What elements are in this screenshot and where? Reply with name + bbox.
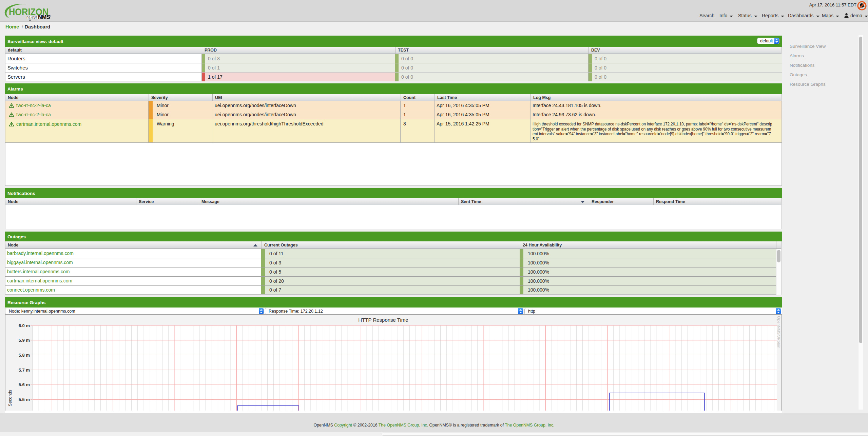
svg-text:Seconds: Seconds <box>8 390 13 407</box>
svg-text:5.8 m: 5.8 m <box>19 353 30 358</box>
svg-text:open: open <box>27 14 38 20</box>
svg-text:5.9 m: 5.9 m <box>19 338 30 343</box>
svg-text:5.5 m: 5.5 m <box>19 397 30 402</box>
svg-text:NMS: NMS <box>38 14 50 20</box>
svg-text:OpenNMS/JRobin: OpenNMS/JRobin <box>777 316 781 348</box>
svg-text:HTTP Response Time: HTTP Response Time <box>358 317 408 323</box>
svg-text:5.6 m: 5.6 m <box>19 382 30 387</box>
svg-text:5.7 m: 5.7 m <box>19 368 30 373</box>
svg-text:®: ® <box>49 15 51 17</box>
svg-text:6.0 m: 6.0 m <box>19 323 30 328</box>
